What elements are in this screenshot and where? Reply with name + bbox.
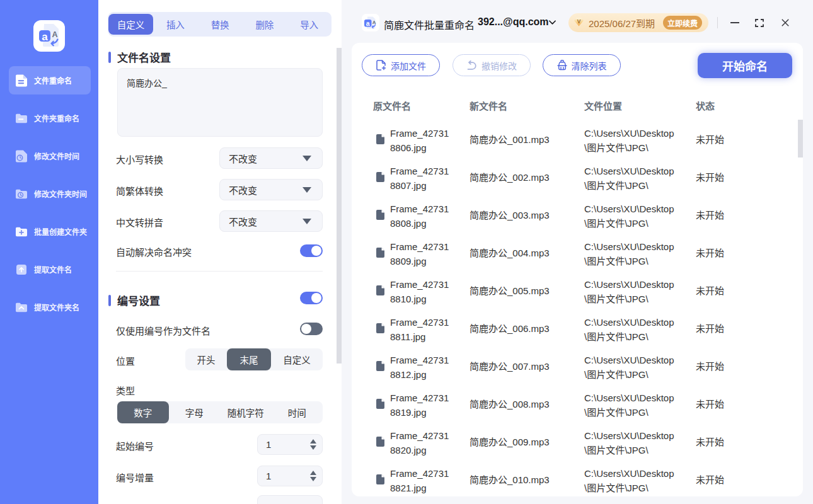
svg-text:A: A (372, 20, 376, 25)
svg-text:a: a (42, 31, 48, 43)
svg-text:V: V (577, 18, 581, 25)
svg-text:a: a (366, 20, 370, 27)
svg-text:A: A (52, 30, 57, 39)
